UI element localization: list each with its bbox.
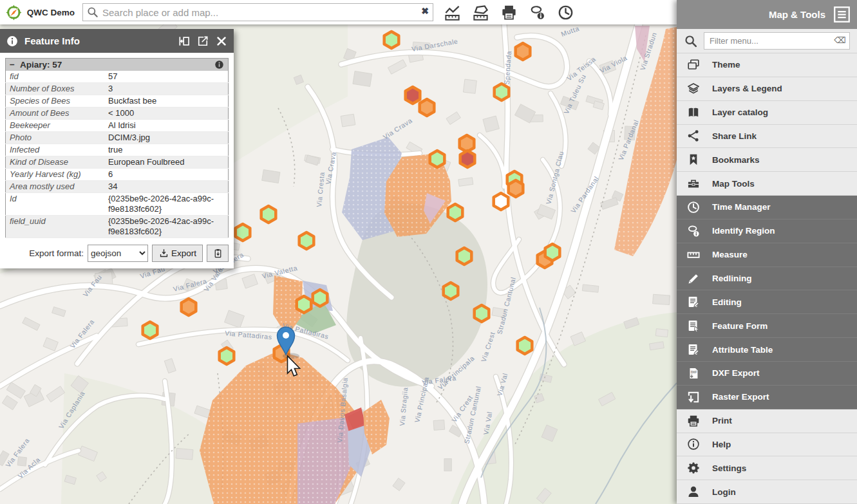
sidebar-item-login[interactable]: Login (677, 480, 857, 504)
apiary-marker-green[interactable] (384, 32, 399, 48)
attribute-value: 57 (104, 71, 229, 83)
clock-icon (686, 200, 701, 215)
apiary-marker-green[interactable] (297, 296, 312, 313)
time-manager-icon[interactable] (557, 4, 574, 21)
dock-panel-icon[interactable] (178, 35, 191, 48)
sidebar-item-dxf-export[interactable]: DXFDXF Export (677, 362, 857, 386)
apiary-marker-red[interactable] (406, 87, 420, 104)
export-format-select[interactable]: geojson (88, 245, 148, 262)
apiary-marker-white[interactable] (494, 193, 509, 210)
panel-title: Feature Info (24, 35, 172, 46)
attribute-value: true (104, 144, 229, 156)
close-icon[interactable] (215, 35, 228, 48)
apiary-marker-green[interactable] (236, 224, 250, 241)
sidebar-item-attribute-table[interactable]: Attribute Table (677, 338, 857, 362)
sidebar-item-print[interactable]: Print (677, 409, 857, 433)
sidebar-item-label: Feature Form (712, 321, 768, 331)
feature-attribute-row: Amount of Bees< 1000 (6, 107, 229, 120)
export-button[interactable]: Export (152, 245, 203, 262)
apiary-marker-green[interactable] (494, 84, 509, 100)
sidebar-item-layers-legend[interactable]: Layers & Legend (677, 77, 857, 101)
apiary-marker-green[interactable] (313, 290, 328, 306)
search-input[interactable] (82, 3, 433, 21)
feature-attribute-row: PhotoDCIM/3.jpg (6, 132, 229, 144)
sidebar-menu: ThemeLayers & LegendLayer catalogShare L… (677, 53, 857, 504)
maptools-icon (686, 176, 701, 191)
sidebar-item-identify-region[interactable]: Identify Region (677, 219, 857, 243)
attribute-value: {0235be9c-2026-42ac-a99c-f9e8183fc602} (104, 216, 229, 238)
feature-info-body: − Apiary: 57 fid57Number of Boxes3Spe (0, 53, 234, 268)
apiary-marker-green[interactable] (475, 305, 489, 322)
sidebar-item-raster-export[interactable]: Raster Export (677, 386, 857, 409)
apiary-marker-orange[interactable] (516, 43, 531, 60)
apiary-marker-orange[interactable] (182, 299, 196, 315)
collapse-icon[interactable]: − (10, 60, 15, 70)
sidebar-item-measure[interactable]: Measure (677, 243, 857, 267)
apiary-marker-orange[interactable] (420, 99, 435, 116)
sidebar-item-settings[interactable]: Settings (677, 456, 857, 480)
sidebar-item-layer-catalog[interactable]: Layer catalog (677, 101, 857, 125)
share-icon (686, 128, 701, 144)
sidebar-item-label: Layers & Legend (712, 84, 782, 93)
attrtable-icon (686, 342, 701, 357)
bookmarks-icon (686, 152, 701, 167)
svg-text:DXF: DXF (691, 371, 697, 374)
sidebar-item-redlining[interactable]: Redlining (677, 267, 857, 291)
filter-search-icon (684, 34, 698, 48)
attribute-value: Buckfast bee (104, 95, 229, 107)
attribute-label: Area mostly used (6, 181, 105, 193)
identify-icon (686, 223, 701, 239)
catalog-icon (686, 105, 701, 120)
apiary-marker-red[interactable] (460, 151, 475, 167)
menu-toggle-button[interactable] (833, 6, 851, 23)
export-format-label: Export format: (29, 248, 84, 258)
identify-region-icon[interactable] (529, 4, 546, 21)
sidebar-item-label: Theme (712, 60, 740, 70)
apiary-marker-green[interactable] (448, 204, 463, 221)
feature-title: Apiary: 57 (20, 60, 209, 70)
attribute-value: < 1000 (104, 107, 229, 120)
feature-info-icon[interactable] (214, 60, 224, 70)
sidebar-item-theme[interactable]: Theme (677, 53, 857, 77)
print-icon[interactable] (500, 4, 518, 21)
attribute-value: DCIM/3.jpg (104, 132, 229, 144)
open-window-icon[interactable] (196, 35, 209, 48)
apiary-marker-green[interactable] (299, 232, 314, 249)
attribute-label: field_uuid (6, 216, 105, 238)
pencil-icon (686, 271, 701, 286)
attribute-label: fid (6, 71, 105, 83)
apiary-marker-green[interactable] (518, 337, 532, 354)
attribute-label: Yearly Harvest (kg) (6, 169, 105, 181)
sidebar-item-label: Map Tools (712, 179, 755, 189)
apiary-marker-green[interactable] (220, 348, 234, 364)
apiary-marker-green[interactable] (143, 322, 158, 339)
sidebar-item-label: Settings (712, 463, 746, 473)
sidebar-item-editing[interactable]: Editing (677, 290, 857, 314)
copy-to-clipboard-button[interactable] (207, 245, 229, 262)
sidebar-item-bookmarks[interactable]: Bookmarks (677, 148, 857, 172)
sidebar-item-feature-form[interactable]: Feature Form (677, 314, 857, 338)
feature-header-row[interactable]: − Apiary: 57 (6, 59, 229, 71)
apiary-marker-green[interactable] (444, 283, 458, 299)
attribute-value: Al Idrisi (104, 120, 229, 132)
sidebar-item-label: Attribute Table (712, 345, 773, 355)
apiary-marker-green[interactable] (261, 206, 276, 223)
apiary-marker-green[interactable] (430, 151, 445, 167)
apiary-marker-green[interactable] (545, 244, 560, 261)
attribute-value: {0235be9c-2026-42ac-a99c-f9e8183fc602} (104, 193, 229, 216)
apiary-marker-orange[interactable] (509, 180, 523, 197)
sidebar-item-time-manager[interactable]: Time Manager (677, 196, 857, 219)
sidebar-item-share-link[interactable]: Share Link (677, 125, 857, 149)
info-icon (6, 35, 19, 48)
measure-area-icon[interactable] (472, 4, 489, 21)
sidebar-item-help[interactable]: Help (677, 433, 857, 457)
login-icon (686, 484, 701, 499)
clear-search-icon[interactable]: ✖ (421, 6, 429, 16)
apiary-marker-green[interactable] (457, 248, 472, 265)
feature-attribute-row: Id{0235be9c-2026-42ac-a99c-f9e8183fc602} (6, 193, 229, 216)
measure-line-icon[interactable] (444, 4, 461, 21)
sidebar-item-map-tools[interactable]: Map Tools (677, 172, 857, 196)
attribute-label: Amount of Bees (6, 107, 105, 120)
clear-filter-icon[interactable]: ⌫ (834, 35, 846, 45)
menu-filter-input[interactable] (704, 32, 850, 50)
